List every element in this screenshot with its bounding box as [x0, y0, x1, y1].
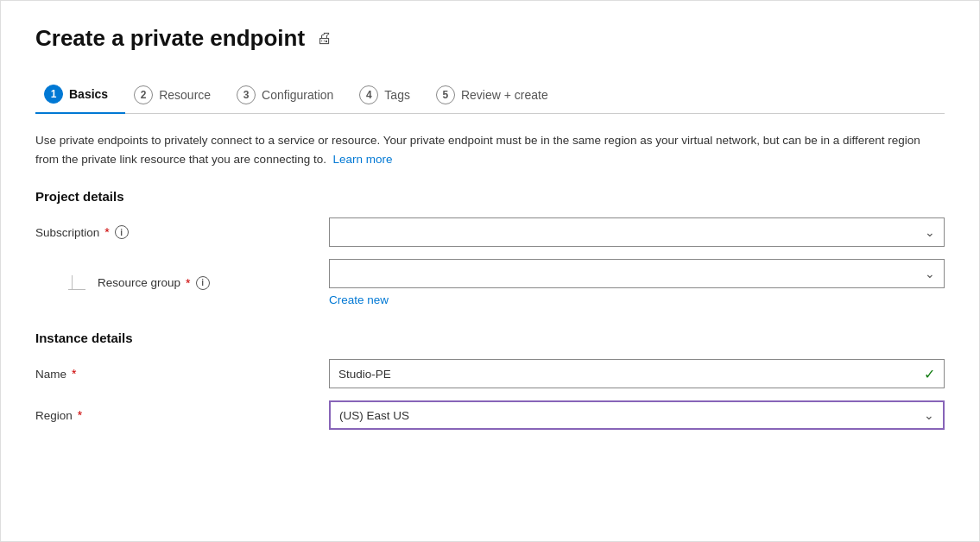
instance-details-title: Instance details [35, 331, 945, 345]
name-control-col: Studio-PE ✓ [329, 359, 945, 388]
tab-basics-label: Basics [69, 87, 108, 101]
tab-resource-number: 2 [134, 85, 153, 104]
resource-group-label-col: Resource group * i [35, 275, 329, 290]
description-text: Use private endpoints to privately conne… [35, 131, 933, 168]
tab-resource[interactable]: 2 Resource [125, 77, 228, 113]
tab-basics[interactable]: 1 Basics [35, 76, 125, 114]
subscription-control-col: ⌄ [329, 217, 945, 247]
page-header: Create a private endpoint 🖨 [35, 25, 945, 52]
project-details-section: Project details Subscription * i ⌄ [35, 189, 945, 306]
tab-configuration-label: Configuration [262, 88, 333, 102]
create-new-link[interactable]: Create new [329, 293, 389, 306]
print-icon[interactable]: 🖨 [317, 29, 332, 47]
resource-group-row: Resource group * i ⌄ Create new [35, 259, 945, 306]
subscription-required: * [104, 225, 109, 239]
tab-review-create-number: 5 [436, 85, 455, 104]
tab-review-create[interactable]: 5 Review + create [427, 77, 566, 113]
name-required: * [72, 367, 76, 381]
region-row: Region * (US) East US ⌄ [35, 400, 945, 430]
tab-basics-number: 1 [44, 85, 63, 104]
tab-configuration[interactable]: 3 Configuration [228, 77, 351, 113]
instance-details-section: Instance details Name * Studio-PE ✓ Regi… [35, 331, 945, 430]
subscription-row: Subscription * i ⌄ [35, 217, 945, 247]
resource-group-dropdown-arrow: ⌄ [925, 267, 935, 280]
resource-group-control-col: ⌄ Create new [329, 259, 945, 306]
region-value: (US) East US [339, 409, 409, 422]
subscription-info-icon[interactable]: i [115, 225, 129, 239]
region-control-col: (US) East US ⌄ [329, 400, 945, 430]
tab-tags-label: Tags [384, 88, 410, 102]
tab-resource-label: Resource [159, 88, 211, 102]
create-private-endpoint-page: Create a private endpoint 🖨 1 Basics 2 R… [0, 0, 980, 542]
tab-configuration-number: 3 [237, 85, 256, 104]
name-label: Name [35, 368, 66, 381]
subscription-label: Subscription [35, 226, 99, 239]
resource-group-info-icon[interactable]: i [196, 276, 210, 290]
subscription-label-col: Subscription * i [35, 225, 329, 239]
region-dropdown-arrow: ⌄ [924, 408, 934, 422]
resource-group-dropdown[interactable]: ⌄ [329, 259, 945, 288]
name-input[interactable]: Studio-PE ✓ [329, 359, 945, 388]
tab-review-create-label: Review + create [461, 88, 548, 102]
region-label: Region [35, 409, 73, 422]
project-details-title: Project details [35, 189, 945, 204]
name-value: Studio-PE [338, 368, 391, 381]
region-dropdown[interactable]: (US) East US ⌄ [329, 400, 945, 430]
resource-group-required: * [186, 276, 190, 290]
page-title: Create a private endpoint [35, 25, 305, 52]
tabs-nav: 1 Basics 2 Resource 3 Configuration 4 Ta… [35, 76, 945, 114]
name-row: Name * Studio-PE ✓ [35, 359, 945, 388]
region-label-col: Region * [35, 408, 329, 422]
region-required: * [78, 408, 82, 422]
name-label-col: Name * [35, 367, 329, 381]
resource-group-label: Resource group [98, 276, 180, 289]
subscription-dropdown[interactable]: ⌄ [329, 217, 945, 247]
tab-tags-number: 4 [359, 85, 378, 104]
learn-more-link[interactable]: Learn more [332, 153, 392, 166]
tab-tags[interactable]: 4 Tags [351, 77, 427, 113]
subscription-dropdown-arrow: ⌄ [925, 225, 935, 239]
name-valid-icon: ✓ [924, 366, 935, 382]
